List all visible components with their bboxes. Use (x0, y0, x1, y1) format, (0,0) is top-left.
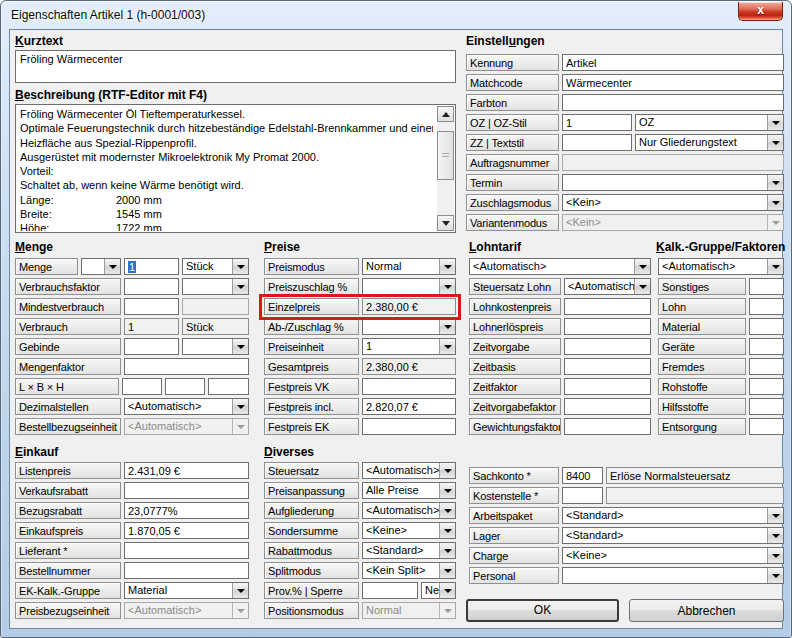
title-bar[interactable]: Eigenschaften Artikel 1 (h-0001/003) x (1, 1, 791, 29)
bezugsrabatt-input[interactable] (124, 502, 249, 519)
splitmodus-dropdown[interactable]: <Kein Split> (362, 562, 456, 579)
einkaufspreis-input[interactable] (124, 522, 249, 539)
hoehe-input[interactable] (208, 378, 249, 395)
chevron-down-icon[interactable] (232, 259, 248, 274)
chevron-down-icon[interactable] (767, 548, 783, 563)
lohnkostenpreis-input[interactable] (564, 298, 651, 315)
menge-unit-dropdown[interactable]: Stück (182, 258, 249, 275)
zeitfaktor-input[interactable] (564, 378, 651, 395)
arbeitspaket-dropdown[interactable]: <Standard> (562, 507, 784, 524)
lieferant-input[interactable] (124, 542, 249, 559)
kalk-gruppe-dropdown[interactable]: <Automatisch> (658, 258, 784, 275)
prov-input[interactable] (362, 582, 418, 599)
sonstiges-input[interactable] (749, 278, 784, 295)
chevron-down-icon[interactable] (439, 543, 455, 558)
festpreis-ek-input[interactable] (362, 418, 456, 435)
chevron-down-icon[interactable] (439, 279, 455, 294)
sperre-dropdown[interactable]: Nein (421, 582, 456, 599)
chevron-down-icon[interactable] (104, 259, 120, 274)
cancel-button[interactable]: Abbrechen (629, 599, 784, 622)
rabattmodus-dropdown[interactable]: <Standard> (362, 542, 456, 559)
personal-dropdown[interactable] (562, 567, 784, 584)
menge-sub-dropdown[interactable] (81, 258, 121, 275)
sondersumme-dropdown[interactable]: <Keine> (362, 522, 456, 539)
preismodus-dropdown[interactable]: Normal (362, 258, 456, 275)
chevron-down-icon[interactable] (767, 508, 783, 523)
beschreibung-textarea[interactable]: Fröling Wärmecenter Öl Tieftemperaturkes… (15, 104, 456, 233)
matchcode-input[interactable] (562, 74, 784, 91)
oz-input[interactable] (562, 114, 632, 131)
lohntarif-dropdown[interactable]: <Automatisch> (469, 258, 651, 275)
mengenfaktor-input[interactable] (124, 358, 249, 375)
chevron-down-icon[interactable] (767, 195, 783, 210)
termin-dropdown[interactable] (562, 174, 784, 191)
menge-input[interactable]: 1 (124, 258, 179, 275)
chevron-down-icon[interactable] (767, 175, 783, 190)
zeitbasis-input[interactable] (564, 358, 651, 375)
sachkonto-input[interactable] (562, 467, 603, 484)
preiszuschlag-dropdown[interactable] (362, 278, 456, 295)
kurztext-input[interactable]: Fröling Wärmecenter (15, 50, 456, 83)
lohnerloespreis-input[interactable] (564, 318, 651, 335)
fremdes-faktor-input[interactable] (749, 358, 784, 375)
listenpreis-input[interactable] (124, 462, 249, 479)
hilfsstoffe-faktor-input[interactable] (749, 398, 784, 415)
entsorgung-faktor-input[interactable] (749, 418, 784, 435)
chevron-down-icon[interactable] (232, 339, 248, 354)
chevron-down-icon[interactable] (232, 583, 248, 598)
gewichtungsfaktor-input[interactable] (564, 418, 651, 435)
verbrauchsfaktor-unit-dropdown[interactable] (182, 278, 249, 295)
gebinde-input[interactable] (124, 338, 179, 355)
geraete-faktor-input[interactable] (749, 338, 784, 355)
chevron-down-icon[interactable] (767, 259, 783, 274)
farbton-input[interactable] (562, 94, 784, 111)
steuersatz-dropdown[interactable]: <Automatisch> (362, 462, 456, 479)
close-button[interactable]: x (738, 2, 783, 21)
aufgliederung-dropdown[interactable]: <Automatisch> (362, 502, 456, 519)
laenge-input[interactable] (122, 378, 162, 395)
kostenstelle-input[interactable] (562, 487, 603, 504)
charge-dropdown[interactable]: <Keine> (562, 547, 784, 564)
chevron-down-icon[interactable] (439, 463, 455, 478)
preiseinheit-dropdown[interactable]: 1 (362, 338, 456, 355)
dezimalstellen-dropdown[interactable]: <Automatisch> (124, 398, 249, 415)
lager-dropdown[interactable]: <Standard> (562, 527, 784, 544)
verbrauchsfaktor-input[interactable] (124, 278, 179, 295)
chevron-down-icon[interactable] (439, 259, 455, 274)
chevron-down-icon[interactable] (232, 399, 248, 414)
lohn-faktor-input[interactable] (749, 298, 784, 315)
oz-stil-dropdown[interactable]: OZ (635, 114, 784, 131)
abzuschlag-dropdown[interactable] (362, 318, 456, 335)
preisanpassung-dropdown[interactable]: Alle Preise (362, 482, 456, 499)
mindestverbrauch-input[interactable] (124, 298, 179, 315)
gebinde-dropdown[interactable] (182, 338, 249, 355)
material-faktor-input[interactable] (749, 318, 784, 335)
chevron-down-icon[interactable] (767, 135, 783, 150)
chevron-down-icon[interactable] (439, 503, 455, 518)
festpreis-vk-input[interactable] (362, 378, 456, 395)
textstil-dropdown[interactable]: Nur Gliederungstext (635, 134, 784, 151)
zeitvorgabe-input[interactable] (564, 338, 651, 355)
breite-input[interactable] (165, 378, 205, 395)
ok-button[interactable]: OK (466, 599, 619, 622)
chevron-down-icon[interactable] (767, 528, 783, 543)
festpreis-incl-input[interactable] (362, 398, 456, 415)
chevron-down-icon[interactable] (767, 115, 783, 130)
chevron-down-icon[interactable] (767, 568, 783, 583)
chevron-down-icon[interactable] (232, 279, 248, 294)
chevron-down-icon[interactable] (439, 583, 455, 598)
bestellnummer-input[interactable] (124, 562, 249, 579)
scroll-up-icon[interactable] (437, 106, 454, 122)
chevron-down-icon[interactable] (634, 279, 650, 294)
chevron-down-icon[interactable] (439, 483, 455, 498)
zuschlagsmodus-dropdown[interactable]: <Kein> (562, 194, 784, 211)
chevron-down-icon[interactable] (439, 319, 455, 334)
rohstoffe-faktor-input[interactable] (749, 378, 784, 395)
scrollbar-thumb[interactable] (437, 131, 454, 180)
ek-kalk-gruppe-dropdown[interactable]: Material (124, 582, 249, 599)
chevron-down-icon[interactable] (439, 563, 455, 578)
scrollbar[interactable] (437, 106, 454, 231)
chevron-down-icon[interactable] (439, 523, 455, 538)
chevron-down-icon[interactable] (634, 259, 650, 274)
zeitvorgabefaktor-input[interactable] (564, 398, 651, 415)
